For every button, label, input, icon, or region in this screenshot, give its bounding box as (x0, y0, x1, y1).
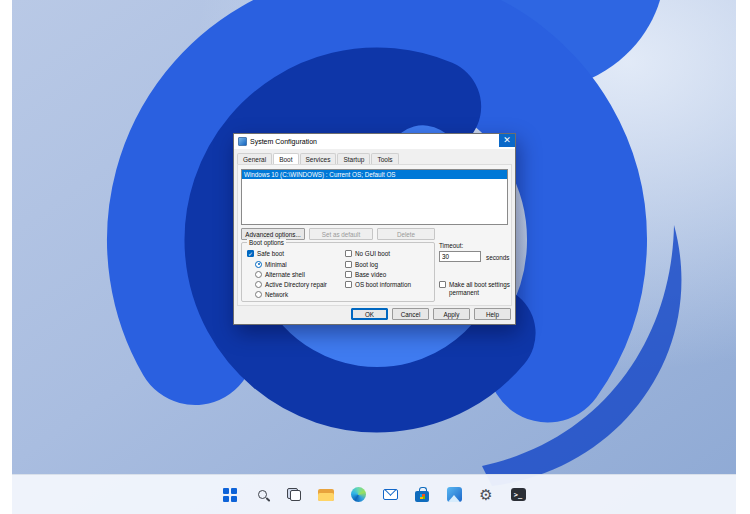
taskbar-terminal-button[interactable]: >_ (505, 482, 531, 508)
checkbox-no-gui-boot[interactable]: No GUI boot (345, 249, 390, 257)
mail-icon (383, 489, 398, 500)
checkbox-checked-icon: ✓ (247, 250, 254, 257)
radio-icon (255, 281, 262, 288)
ok-button[interactable]: OK (351, 308, 388, 320)
taskbar-search-button[interactable] (249, 482, 275, 508)
gear-icon: ⚙ (479, 487, 492, 502)
system-configuration-dialog: System Configuration ✕ General Boot Serv… (233, 133, 516, 325)
microsoft-store-icon (415, 491, 429, 502)
radio-icon (255, 271, 262, 278)
taskbar-mail-button[interactable] (377, 482, 403, 508)
safe-boot-checkbox[interactable]: ✓ Safe boot (247, 249, 284, 257)
delete-button[interactable]: Delete (377, 228, 435, 240)
desktop: System Configuration ✕ General Boot Serv… (12, 0, 736, 514)
search-icon (258, 490, 267, 499)
boot-tab-page: Windows 10 (C:\WINDOWS) : Current OS; De… (237, 164, 512, 306)
taskbar: ⚙ >_ (12, 474, 736, 514)
timeout-input[interactable] (439, 251, 481, 262)
radio-selected-icon (255, 261, 262, 268)
checkbox-icon (345, 281, 352, 288)
windows-start-icon (223, 488, 237, 502)
taskbar-edge-button[interactable] (345, 482, 371, 508)
checkbox-os-boot-information[interactable]: OS boot information (345, 280, 411, 288)
close-icon: ✕ (503, 136, 511, 145)
checkbox-make-permanent[interactable]: Make all boot settings permanent (439, 281, 511, 297)
radio-alternate-shell[interactable]: Alternate shell (255, 270, 305, 278)
dialog-action-buttons: OK Cancel Apply Help (351, 308, 511, 320)
taskbar-photos-button[interactable] (441, 482, 467, 508)
safe-boot-label: Safe boot (257, 250, 284, 257)
taskbar-store-button[interactable] (409, 482, 435, 508)
checkbox-boot-log[interactable]: Boot log (345, 260, 378, 268)
timeout-unit-label: seconds (486, 254, 509, 261)
help-button[interactable]: Help (474, 308, 511, 320)
edge-browser-icon (351, 487, 366, 502)
dialog-titlebar[interactable]: System Configuration ✕ (234, 134, 515, 149)
taskbar-task-view-button[interactable] (281, 482, 307, 508)
close-button[interactable]: ✕ (499, 134, 515, 147)
boot-entry-item[interactable]: Windows 10 (C:\WINDOWS) : Current OS; De… (242, 170, 507, 179)
checkbox-icon (439, 281, 446, 288)
boot-options-group-label: Boot options (247, 239, 286, 246)
screenshot-root: System Configuration ✕ General Boot Serv… (0, 0, 750, 514)
task-view-icon (287, 488, 301, 501)
photos-icon (447, 487, 462, 502)
terminal-icon: >_ (511, 488, 526, 501)
taskbar-start-button[interactable] (217, 482, 243, 508)
radio-network[interactable]: Network (255, 290, 288, 298)
taskbar-file-explorer-button[interactable] (313, 482, 339, 508)
checkbox-icon (345, 271, 352, 278)
radio-minimal[interactable]: Minimal (255, 260, 287, 268)
cancel-button[interactable]: Cancel (392, 308, 429, 320)
tab-strip: General Boot Services Startup Tools (237, 151, 400, 165)
right-margin (736, 0, 750, 514)
file-explorer-icon (318, 489, 334, 501)
checkbox-base-video[interactable]: Base video (345, 270, 386, 278)
boot-entries-list[interactable]: Windows 10 (C:\WINDOWS) : Current OS; De… (241, 169, 508, 225)
radio-icon (255, 291, 262, 298)
dialog-title: System Configuration (250, 138, 317, 145)
timeout-label: Timeout: (439, 242, 463, 249)
checkbox-icon (345, 250, 352, 257)
checkbox-icon (345, 261, 352, 268)
set-as-default-button[interactable]: Set as default (309, 228, 373, 240)
left-margin (0, 0, 12, 514)
taskbar-settings-button[interactable]: ⚙ (473, 482, 499, 508)
boot-options-group: Boot options ✓ Safe boot Minimal Alterna… (241, 242, 435, 302)
system-configuration-icon (238, 137, 247, 146)
apply-button[interactable]: Apply (433, 308, 470, 320)
radio-active-directory-repair[interactable]: Active Directory repair (255, 280, 327, 288)
